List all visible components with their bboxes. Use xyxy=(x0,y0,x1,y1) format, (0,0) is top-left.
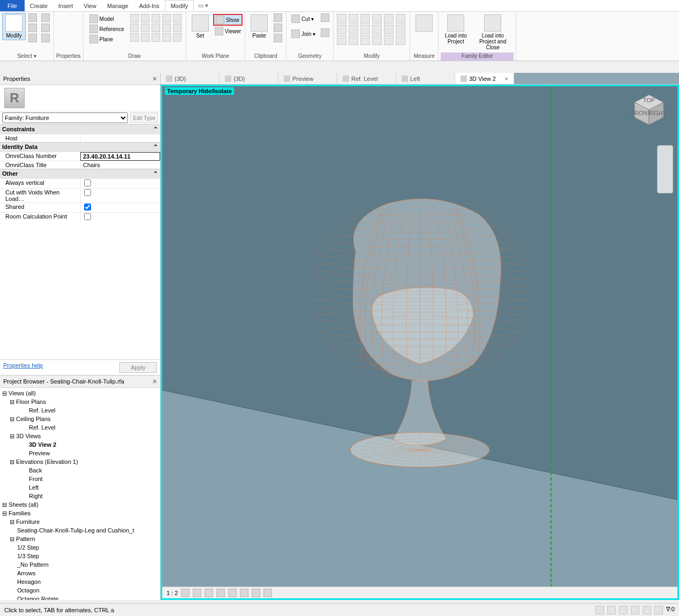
browser-tree[interactable]: ⊟ Views (all)⊟ Floor PlansRef. Level⊟ Ce… xyxy=(0,388,160,600)
crop-region-icon[interactable] xyxy=(240,589,248,597)
tree-node[interactable]: Left xyxy=(2,483,158,492)
delete-icon[interactable] xyxy=(396,35,405,45)
menu-create[interactable]: Create xyxy=(25,0,53,11)
cut-clip-button[interactable] xyxy=(272,13,284,22)
detail-level-icon[interactable] xyxy=(181,589,190,597)
viewport-3d[interactable]: Temporary Hide/Isolate TOP FRONT RIGHT 1… xyxy=(161,85,679,600)
copy-icon[interactable] xyxy=(349,25,358,34)
editable-only-icon[interactable] xyxy=(654,606,663,614)
scale-icon[interactable] xyxy=(360,35,370,45)
modify-button[interactable]: Modify xyxy=(2,13,26,40)
tree-node[interactable]: Ref. Level xyxy=(2,406,158,415)
close-icon[interactable]: × xyxy=(153,377,157,386)
tree-node[interactable]: Right xyxy=(2,492,158,500)
menu-extras[interactable]: ▭ ▾ xyxy=(194,0,213,11)
omni-number-field[interactable]: 23.40.20.14.14.11 xyxy=(80,152,160,161)
reveal-hidden-icon[interactable] xyxy=(263,589,272,597)
tree-node[interactable]: Octagon Rotate xyxy=(2,595,158,600)
view-tab-3d-2[interactable]: {3D} xyxy=(220,73,278,84)
shared-checkbox[interactable] xyxy=(84,204,91,211)
cut-button[interactable]: Cut ▾ xyxy=(290,14,317,24)
filter-count[interactable]: ∇:0 xyxy=(666,606,675,614)
apply-button[interactable]: Apply xyxy=(119,362,157,373)
tree-node[interactable]: Front xyxy=(2,475,158,483)
circle-icon[interactable] xyxy=(162,14,171,22)
join-button[interactable]: Join ▾ xyxy=(290,29,317,39)
drag-elements-icon[interactable] xyxy=(643,606,651,614)
tree-node[interactable]: 1/2 Step xyxy=(2,543,158,552)
rotate-icon[interactable] xyxy=(360,25,370,34)
pin-icon[interactable] xyxy=(384,35,394,45)
cut-voids-checkbox[interactable] xyxy=(84,189,91,196)
select-small-2[interactable] xyxy=(27,23,39,33)
select-small-3[interactable] xyxy=(27,33,39,43)
tree-node[interactable]: _No Pattern xyxy=(2,560,158,569)
align-icon[interactable] xyxy=(337,14,346,24)
polygon-icon[interactable] xyxy=(152,14,160,22)
select-face-icon[interactable] xyxy=(631,606,639,614)
show-button[interactable]: Show xyxy=(213,14,243,26)
measure-button[interactable] xyxy=(412,13,436,34)
paste-button[interactable]: Paste xyxy=(247,13,271,40)
menu-addins[interactable]: Add-Ins xyxy=(134,0,165,11)
match-button[interactable] xyxy=(272,33,284,43)
array-icon[interactable] xyxy=(349,35,358,45)
menu-modify[interactable]: Modify xyxy=(165,0,194,11)
visual-style-icon[interactable] xyxy=(193,589,201,597)
tree-node[interactable]: 1/3 Step xyxy=(2,552,158,560)
cat-constraints[interactable]: Constraints⌃ xyxy=(0,124,160,134)
tree-node[interactable]: ⊟ Floor Plans xyxy=(2,397,158,406)
tree-node[interactable]: Octagon xyxy=(2,586,158,595)
load-into-project-button[interactable]: Load into Project xyxy=(441,13,471,46)
close-icon[interactable]: × xyxy=(153,74,157,83)
cat-identity[interactable]: Identity Data⌃ xyxy=(0,142,160,152)
tree-node[interactable]: Arrows xyxy=(2,569,158,577)
model-line-button[interactable]: Model xyxy=(88,14,126,24)
viewcube[interactable]: TOP FRONT RIGHT xyxy=(630,92,668,129)
navigation-bar[interactable] xyxy=(657,145,673,193)
view-tab-3dview2[interactable]: 3D View 2× xyxy=(455,73,514,84)
tree-node[interactable]: ⊟ Views (all) xyxy=(2,389,158,397)
view-tab-preview[interactable]: Preview xyxy=(278,73,337,84)
tree-node[interactable]: Seating-Chair-Knoll-Tulip-Leg and Cushio… xyxy=(2,526,158,535)
menu-insert[interactable]: Insert xyxy=(53,0,79,11)
tree-node[interactable]: ⊟ Elevations (Elevation 1) xyxy=(2,457,158,466)
select-links-icon[interactable] xyxy=(595,606,604,614)
sun-path-icon[interactable] xyxy=(205,589,213,597)
scale-label[interactable]: 1 : 2 xyxy=(167,590,178,596)
set-button[interactable]: Set xyxy=(188,13,212,40)
tree-node[interactable]: ⊟ Pattern xyxy=(2,535,158,543)
properties-help-link[interactable]: Properties help xyxy=(3,362,43,373)
shadows-icon[interactable] xyxy=(216,589,225,597)
tree-node[interactable]: ⊟ Families xyxy=(2,509,158,517)
chair-wireframe[interactable] xyxy=(313,187,527,477)
select-underlay-icon[interactable] xyxy=(607,606,616,614)
family-type-select[interactable]: Family: Furniture xyxy=(2,112,128,123)
offset-icon[interactable] xyxy=(349,14,358,24)
view-tab-3d-1[interactable]: {3D} xyxy=(161,73,220,84)
tree-node[interactable]: ⊟ Ceiling Plans xyxy=(2,415,158,423)
tree-node[interactable]: Ref. Level xyxy=(2,423,158,432)
tree-node[interactable]: Hexagon xyxy=(2,577,158,586)
line-icon[interactable] xyxy=(130,14,139,22)
select-small-1[interactable] xyxy=(27,13,39,22)
tree-node[interactable]: ⊟ Furniture xyxy=(2,517,158,526)
plane-button[interactable]: Plane xyxy=(88,34,126,44)
edit-type-button[interactable]: Edit Type xyxy=(130,112,158,123)
menu-file[interactable]: File xyxy=(0,0,25,11)
select-pinned-icon[interactable] xyxy=(619,606,628,614)
crop-icon[interactable] xyxy=(228,589,237,597)
copy-clip-button[interactable] xyxy=(272,23,284,33)
view-tab-left[interactable]: Left xyxy=(396,73,455,84)
arc-icon[interactable] xyxy=(173,14,182,22)
reference-line-button[interactable]: Reference xyxy=(88,24,126,34)
rect-icon[interactable] xyxy=(141,14,149,22)
tree-node[interactable]: Back xyxy=(2,466,158,475)
cat-other[interactable]: Other⌃ xyxy=(0,169,160,178)
always-vertical-checkbox[interactable] xyxy=(84,179,91,186)
select-small-6[interactable] xyxy=(40,33,51,43)
view-tab-ref-level[interactable]: Ref. Level xyxy=(337,73,396,84)
tree-node[interactable]: Preview xyxy=(2,449,158,457)
tree-node[interactable]: ⊟ 3D Views xyxy=(2,432,158,440)
select-small-4[interactable] xyxy=(40,13,51,22)
